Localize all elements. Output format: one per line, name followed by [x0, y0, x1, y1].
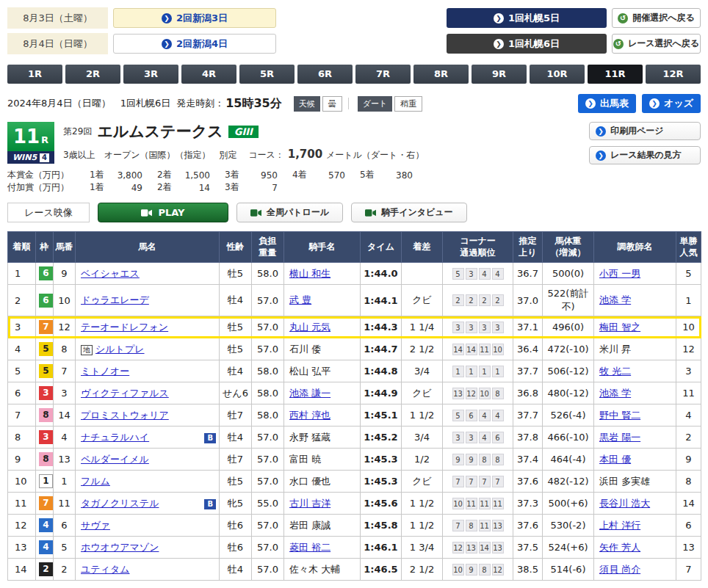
trainer-link[interactable]: 黒岩 陽一 [599, 432, 640, 443]
waku-cell: 2 [36, 559, 54, 581]
horse-name-link[interactable]: タガノクリステル [81, 498, 159, 509]
horse-name-link[interactable]: シルトプレ [95, 344, 145, 355]
jockey-cell: 松山 弘平 [284, 360, 361, 382]
race-tab-3r[interactable]: 3R [123, 65, 178, 84]
odds-button[interactable]: ❯ オッズ [642, 94, 701, 113]
horse-name-link[interactable]: サヴァ [81, 520, 110, 531]
horse-name-link[interactable]: ベイシャエス [81, 268, 140, 279]
results-guide-button[interactable]: ❯ レース結果の見方 [589, 146, 701, 164]
finish-time: 1:44.7 [361, 338, 402, 360]
date-nav-row: 8月3日（土曜）❯2回新潟3日❯1回札幌5日↺開催選択へ戻る [7, 7, 701, 29]
arrow-icon: ❯ [162, 13, 172, 23]
horse-name-link[interactable]: ユティタム [81, 564, 130, 575]
divider [348, 98, 349, 109]
race-tab-5r[interactable]: 5R [239, 65, 295, 84]
corner-position: 3 [452, 432, 464, 443]
sex-age: 牡4 [220, 285, 252, 316]
jockey-link[interactable]: 丸山 元気 [289, 322, 330, 333]
horse-name-link[interactable]: ナチュラルハイ [81, 432, 149, 443]
trainer-link[interactable]: 小西 一男 [599, 268, 640, 279]
finish-position: 11 [8, 493, 36, 515]
corner-position: 8 [492, 454, 504, 465]
jockey-interview-button[interactable]: 騎手インタビュー [351, 203, 466, 222]
sex-age: 牡5 [220, 263, 252, 285]
meeting-link[interactable]: ❯1回札幌6日 [447, 34, 607, 54]
carried-weight: 57.0 [252, 537, 284, 559]
last-3f: 37.5 [513, 537, 543, 559]
corner-position: 4 [479, 268, 491, 280]
trainer-link[interactable]: 池添 学 [599, 388, 631, 399]
jockey-cell: 西村 淳也 [284, 404, 361, 427]
trainer-cell: 浜田 多実雄 [594, 471, 676, 493]
race-tab-6r[interactable]: 6R [297, 65, 353, 84]
corner-position: 9 [466, 564, 477, 576]
back-button[interactable]: ↺レース選択へ戻る [612, 34, 701, 54]
corner-order: 3346 [443, 427, 513, 449]
trainer-link[interactable]: 矢作 芳人 [599, 542, 640, 553]
trainer-link[interactable]: 本田 優 [599, 454, 631, 465]
trainer-link[interactable]: 上村 洋行 [599, 520, 640, 531]
horse-name-link[interactable]: ホウオウアマゾン [81, 542, 159, 553]
meeting-link[interactable]: ❯2回新潟3日 [113, 8, 276, 28]
jockey-link[interactable]: 武 豊 [289, 294, 311, 305]
horse-name-link[interactable]: フルム [81, 476, 110, 487]
jockey-link[interactable]: 西村 淳也 [289, 410, 330, 421]
horse-name-cell: ユティタム [76, 559, 220, 581]
results-tbody: 169ベイシャエス牡558.0横山 和生1:44.0534436.7500(0)… [8, 263, 701, 581]
trainer-link[interactable]: 野中 賢二 [599, 410, 640, 421]
blinker-badge: B [204, 499, 216, 509]
trainer-link[interactable]: 須貝 尚介 [599, 564, 640, 575]
corner-position: 11 [479, 498, 491, 509]
race-tab-9r[interactable]: 9R [472, 65, 527, 84]
horse-name-link[interactable]: プロミストウォリア [81, 410, 169, 421]
column-header: 馬体重 （増減） [543, 232, 594, 263]
play-button[interactable]: PLAY [98, 203, 228, 222]
race-tab-11r[interactable]: 11R [588, 65, 643, 84]
jockey-link[interactable]: 池添 謙一 [289, 388, 330, 399]
jockey-link[interactable]: 菱田 裕二 [289, 542, 330, 553]
trainer-link[interactable]: 長谷川 浩大 [599, 498, 650, 509]
sex-age: 牡4 [220, 427, 252, 449]
trainer-link[interactable]: 牧 光二 [599, 366, 631, 377]
waku-number: 5 [39, 364, 53, 378]
play-button-label: PLAY [158, 207, 184, 218]
arrow-icon: ❯ [649, 98, 660, 109]
finish-time: 1:45.3 [361, 471, 402, 493]
back-button[interactable]: ↺開催選択へ戻る [612, 8, 701, 28]
print-page-button[interactable]: ❯ 印刷用ページ [589, 122, 701, 140]
race-tab-12r[interactable]: 12R [646, 65, 701, 84]
meeting-link[interactable]: ❯1回札幌5日 [447, 8, 607, 28]
corner-position: 10 [492, 344, 504, 355]
race-tab-2r[interactable]: 2R [65, 65, 120, 84]
prize-value: 14 [176, 183, 210, 193]
horse-name-link[interactable]: ドゥラエレーデ [81, 294, 149, 305]
margin: 1 1/2 [402, 493, 443, 515]
win-popularity: 4 [676, 404, 701, 427]
margin: クビ [402, 285, 443, 316]
race-tab-8r[interactable]: 8R [413, 65, 469, 84]
jockey-name: 水口 優也 [289, 476, 330, 487]
jockey-link[interactable]: 横山 和生 [289, 268, 330, 279]
margin: 1/2 [402, 449, 443, 471]
race-tab-7r[interactable]: 7R [355, 65, 411, 84]
table-row: 169ベイシャエス牡558.0横山 和生1:44.0534436.7500(0)… [8, 263, 701, 285]
jockey-link[interactable]: 古川 吉洋 [289, 498, 330, 509]
race-tab-4r[interactable]: 4R [181, 65, 236, 84]
trainer-cell: 米川 昇 [594, 338, 676, 360]
entries-button[interactable]: ❯ 出馬表 [578, 94, 636, 113]
patrol-video-button[interactable]: 全周パトロール [236, 203, 343, 222]
race-tab-1r[interactable]: 1R [7, 65, 62, 84]
trainer-link[interactable]: 池添 学 [599, 294, 631, 305]
win-popularity: 8 [676, 471, 701, 493]
finish-position: 10 [8, 471, 36, 493]
horse-name-link[interactable]: テーオードレフォン [81, 322, 168, 333]
prize-row: 本賞金（万円）1着3,8002着1,5003着9504着5705着380 [7, 169, 701, 181]
trainer-cell: 牧 光二 [594, 360, 676, 382]
horse-name-link[interactable]: ミトノオー [81, 366, 129, 377]
horse-name-link[interactable]: ペルダーイメル [81, 454, 149, 465]
horse-name-link[interactable]: ヴィクティファルス [81, 388, 169, 399]
date-navigation: 8月3日（土曜）❯2回新潟3日❯1回札幌5日↺開催選択へ戻る8月4日（日曜）❯2… [7, 7, 701, 54]
trainer-link[interactable]: 梅田 智之 [599, 322, 640, 333]
race-tab-10r[interactable]: 10R [530, 65, 585, 84]
meeting-link[interactable]: ❯2回新潟4日 [113, 34, 276, 54]
